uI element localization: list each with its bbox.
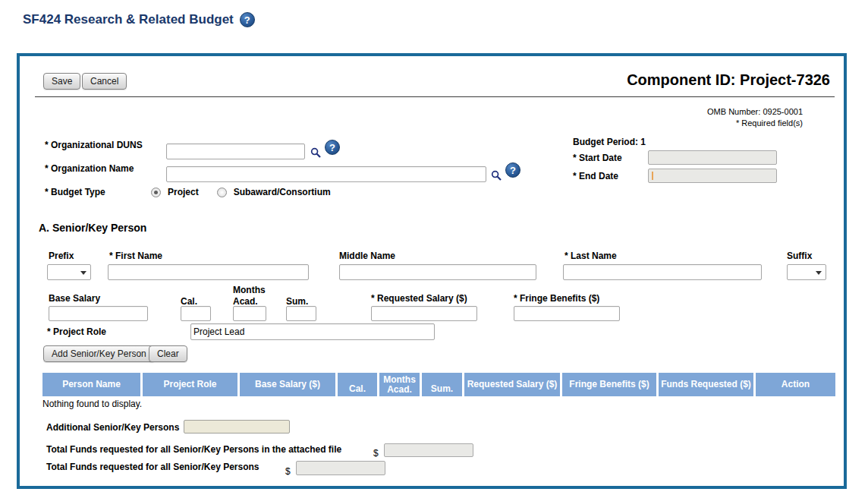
col-sum: Sum. <box>422 373 462 396</box>
help-icon-glyph: ? <box>329 142 335 153</box>
end-date-label: * End Date <box>573 171 618 181</box>
end-date-input <box>648 169 777 183</box>
cal-input[interactable] <box>181 306 211 321</box>
form-panel: Save Cancel Component ID: Project-7326 O… <box>17 53 847 489</box>
chevron-down-icon <box>816 271 822 275</box>
save-button[interactable]: Save <box>43 73 80 90</box>
budget-type-option-project-label[interactable]: Project <box>168 187 199 197</box>
col-months-acad: Months Acad. <box>379 373 420 396</box>
currency-symbol: $ <box>373 448 379 459</box>
col-requested-salary: Requested Salary ($) <box>464 373 560 396</box>
section-a-heading: A. Senior/Key Person <box>39 222 146 234</box>
col-cal: Cal. <box>338 373 377 396</box>
col-fringe-benefits: Fringe Benefits ($) <box>562 373 656 396</box>
duns-search-icon[interactable] <box>310 147 322 159</box>
sum-label: Sum. <box>286 296 308 307</box>
chevron-down-icon <box>80 271 86 275</box>
additional-persons-input[interactable] <box>184 420 290 434</box>
sum-input[interactable] <box>286 306 316 321</box>
duns-help-icon[interactable]: ? <box>325 140 340 155</box>
add-senior-key-person-button[interactable]: Add Senior/Key Person <box>43 345 155 362</box>
duns-label: * Organizational DUNS <box>45 140 143 150</box>
fringe-benefits-label: * Fringe Benefits ($) <box>514 293 599 304</box>
suffix-label: Suffix <box>787 251 812 261</box>
acad-label: Acad. <box>233 296 258 307</box>
requested-salary-input[interactable] <box>371 306 477 321</box>
budget-type-radio-group: Project Subaward/Consortium <box>151 187 331 197</box>
org-name-label: * Organization Name <box>45 163 134 174</box>
attached-total-label: Total Funds requested for all Senior/Key… <box>46 444 341 455</box>
clear-button[interactable]: Clear <box>149 345 187 362</box>
budget-type-option-subaward-label[interactable]: Subaward/Consortium <box>234 187 331 197</box>
col-base-salary: Base Salary ($) <box>240 373 335 396</box>
middle-name-input[interactable] <box>339 264 536 280</box>
cal-label: Cal. <box>181 296 197 307</box>
fringe-benefits-input[interactable] <box>514 306 620 321</box>
overall-total-label: Total Funds requested for all Senior/Key… <box>46 462 274 472</box>
middle-name-label: Middle Name <box>339 251 395 261</box>
budget-type-radio-subaward[interactable] <box>217 188 227 197</box>
requested-salary-label: * Requested Salary ($) <box>371 293 467 304</box>
first-name-label: * First Name <box>109 251 162 261</box>
overall-total-input <box>296 461 385 475</box>
page-title: SF424 Research & Related Budget ? <box>23 12 255 27</box>
component-id: Component ID: Project-7326 <box>627 71 830 89</box>
currency-symbol: $ <box>285 466 291 477</box>
additional-persons-label: Additional Senior/Key Persons <box>46 422 179 433</box>
last-name-input[interactable] <box>563 264 762 280</box>
months-label: Months <box>233 285 266 295</box>
org-name-help-icon[interactable]: ? <box>505 162 520 178</box>
header-divider <box>35 96 835 97</box>
project-role-input[interactable] <box>190 323 435 340</box>
base-salary-label: Base Salary <box>49 293 100 304</box>
start-date-label: * Start Date <box>573 153 622 163</box>
cancel-button[interactable]: Cancel <box>82 73 127 90</box>
col-funds-requested: Funds Requested ($) <box>659 373 753 396</box>
project-role-label: * Project Role <box>47 326 106 337</box>
help-icon-glyph: ? <box>244 14 250 26</box>
acad-input[interactable] <box>233 306 266 321</box>
suffix-select[interactable] <box>787 264 826 280</box>
omb-number: OMB Number: 0925-0001 <box>707 106 803 118</box>
prefix-label: Prefix <box>49 251 74 261</box>
base-salary-input[interactable] <box>49 306 148 321</box>
col-action: Action <box>756 373 835 396</box>
org-name-input[interactable] <box>166 166 486 182</box>
help-icon-glyph: ? <box>510 165 516 176</box>
empty-table-message: Nothing found to display. <box>42 399 142 409</box>
start-date-input <box>648 150 777 165</box>
first-name-input[interactable] <box>108 264 309 280</box>
required-note: * Required field(s) <box>707 118 803 129</box>
omb-block: OMB Number: 0925-0001 * Required field(s… <box>707 106 803 129</box>
page-title-text: SF424 Research & Related Budget <box>23 12 234 27</box>
text-caret <box>652 172 653 180</box>
duns-input[interactable] <box>166 143 305 159</box>
persons-table-header: Person Name Project Role Base Salary ($)… <box>42 373 835 396</box>
attached-total-input <box>384 443 473 457</box>
help-icon[interactable]: ? <box>240 12 255 27</box>
budget-period-label: Budget Period: 1 <box>573 137 646 147</box>
col-person-name: Person Name <box>42 373 140 396</box>
org-name-search-icon[interactable] <box>491 170 502 181</box>
budget-type-label: * Budget Type <box>45 187 105 197</box>
col-project-role: Project Role <box>143 373 237 396</box>
prefix-select[interactable] <box>47 264 91 280</box>
last-name-label: * Last Name <box>565 251 617 261</box>
budget-type-radio-project[interactable] <box>151 188 161 197</box>
